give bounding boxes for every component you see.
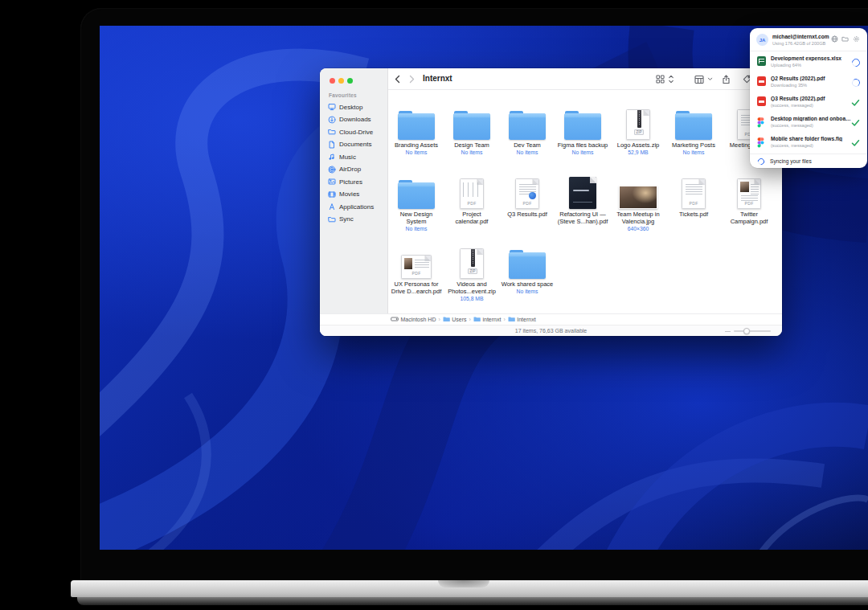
check-icon <box>851 119 860 127</box>
sidebar-item-downloads[interactable]: Downloads <box>326 114 385 125</box>
grid-item[interactable]: PDF UX Personas for Drive D...earch.pdf <box>390 245 443 295</box>
laptop-scoop <box>438 580 489 587</box>
sync-widget: JA michael@internxt.com Using 176.42GB o… <box>750 28 867 168</box>
sidebar-item-desktop[interactable]: Desktop <box>326 101 385 113</box>
file-name: Team Meetup in Valencia.jpg <box>612 211 665 225</box>
sort-arrows-icon[interactable] <box>665 74 676 84</box>
share-icon[interactable] <box>721 74 731 84</box>
sidebar-item-label: Downloads <box>339 116 371 123</box>
sidebar-item-documents[interactable]: Documents <box>326 139 385 150</box>
pictures-icon <box>328 178 336 186</box>
breadcrumb-item[interactable]: Internxt <box>508 316 536 323</box>
chevron-down-icon[interactable] <box>705 74 715 84</box>
grid-view-icon[interactable] <box>655 74 665 84</box>
sidebar-item-pictures[interactable]: Pictures <box>326 176 385 187</box>
sync-item[interactable]: Desktop migration and onboardi... (succe… <box>750 113 867 133</box>
file-name: Videos and Photos...event.zip <box>445 280 498 295</box>
icon-size-slider[interactable] <box>734 330 771 332</box>
file-name: Q3 Results.pdf <box>501 211 554 218</box>
grid-item[interactable]: PDF Twitter Campaign.pdf <box>723 175 776 225</box>
zoom-button[interactable] <box>347 78 353 84</box>
sidebar-item-music[interactable]: Music <box>326 151 385 162</box>
sidebar-item-applications[interactable]: Applications <box>326 201 385 212</box>
sidebar-item-cloud-drive[interactable]: Cloud-Drive <box>326 126 385 137</box>
sync-item[interactable]: Q3 Results (2022).pdf (success, messaged… <box>750 92 867 113</box>
grid-item[interactable]: New Design SystemNo items <box>390 175 443 231</box>
sidebar-item-label: Documents <box>339 141 371 148</box>
grid-item[interactable]: Dev TeamNo items <box>501 106 554 155</box>
file-subtext: No items <box>556 149 609 155</box>
downloads-icon <box>328 116 336 124</box>
upload-spinner-icon <box>850 56 861 68</box>
storage-usage: Using 176.42GB of 200GB <box>772 41 825 46</box>
file-subtext: No items <box>667 149 720 155</box>
grid-item[interactable]: PDF Q3 Results.pdf <box>501 175 554 218</box>
check-icon <box>851 99 860 107</box>
sidebar-item-sync[interactable]: Sync <box>326 214 385 225</box>
gear-icon[interactable] <box>853 35 860 43</box>
sidebar-item-movies[interactable]: Movies <box>326 189 385 200</box>
grid-item[interactable]: Work shared spaceNo items <box>501 245 554 294</box>
movies-icon <box>328 190 336 199</box>
grid-item[interactable]: PDF Tickets.pdf <box>667 175 720 218</box>
sync-item[interactable]: Mobile share folder flows.fig (success, … <box>750 133 867 153</box>
forward-button chevron-right-icon[interactable] <box>407 74 417 84</box>
file-name: Work shared space <box>501 280 554 288</box>
pdf-file-icon <box>757 96 766 106</box>
folder-icon <box>398 182 435 209</box>
breadcrumb-label: internxt <box>482 317 501 322</box>
group-view-icon[interactable] <box>694 74 704 84</box>
back-button chevron-left-icon[interactable] <box>392 74 403 84</box>
file-subtext: No items <box>390 149 443 155</box>
sync-item-name: Mobile share folder flows.fig <box>771 136 851 141</box>
zip-file-icon: ZIP <box>460 248 484 279</box>
grid-item[interactable]: Design TeamNo items <box>445 106 498 155</box>
breadcrumb-separator: › <box>503 317 505 322</box>
file-subtext: 640×360 <box>612 226 665 231</box>
sync-item-name: Desktop migration and onboardi... <box>771 116 851 121</box>
sidebar-item-airdrop[interactable]: AirDrop <box>326 164 385 175</box>
pdf-file-icon <box>757 76 766 86</box>
grid-item[interactable]: ZIP Logo Assets.zip52,9 MB <box>612 106 665 155</box>
sync-spinner-icon <box>756 157 765 166</box>
file-name: Marketing Posts <box>667 141 720 149</box>
breadcrumb-separator: › <box>438 317 440 322</box>
sync-item[interactable]: Q2 Results (2022).pdf Downloading 35% <box>750 72 867 92</box>
breadcrumb-item[interactable]: internxt <box>473 316 501 323</box>
grid-item[interactable]: Branding AssetsNo items <box>390 106 443 155</box>
sidebar-item-label: Sync <box>339 215 354 223</box>
sync-item-name: Q2 Results (2022).pdf <box>771 76 851 81</box>
sidebar-item-label: Applications <box>339 203 374 211</box>
pdf-file-icon: PDF <box>401 255 432 279</box>
file-name: Logo Assets.zip <box>612 141 665 149</box>
breadcrumb-item[interactable]: Macintosh HD <box>391 315 436 324</box>
sync-footer-text: Syncing your files <box>770 158 812 164</box>
file-subtext: 105,8 MB <box>445 296 498 301</box>
breadcrumb-item[interactable]: Users <box>443 316 467 323</box>
close-button[interactable] <box>330 78 335 84</box>
grid-item[interactable]: ZIP Videos and Photos...event.zip105,8 M… <box>445 245 498 301</box>
pdf-file-icon: PDF <box>460 178 484 209</box>
folder-icon <box>509 113 546 140</box>
sidebar-section-label: Favourites <box>329 92 357 98</box>
status-bar: 17 items, 76,63 GB available <box>320 325 782 336</box>
photo-thumbnail-icon <box>619 186 657 209</box>
book-cover-icon <box>569 177 596 209</box>
grid-item[interactable]: Marketing PostsNo items <box>667 106 720 155</box>
check-icon <box>851 139 860 147</box>
minimize-button[interactable] <box>338 78 344 84</box>
grid-item[interactable]: Refactoring UI — (Steve S...han).pdf <box>556 175 609 225</box>
laptop-base-edge <box>77 597 868 605</box>
status-text: 17 items, 76,63 GB available <box>320 328 782 334</box>
file-name: Figma files backup <box>556 141 609 149</box>
grid-item[interactable]: Figma files backupNo items <box>556 106 609 155</box>
file-name: Dev Team <box>501 141 554 149</box>
slider-knob[interactable] <box>743 328 750 334</box>
sync-item[interactable]: Development expenses.xlsx Uploading 64% <box>750 52 867 72</box>
folder-icon[interactable] <box>841 35 849 43</box>
file-name: Tickets.pdf <box>667 211 720 218</box>
pdf-file-icon: PDF <box>737 178 761 209</box>
grid-item[interactable]: Team Meetup in Valencia.jpg640×360 <box>612 175 665 231</box>
globe-icon[interactable] <box>831 35 838 43</box>
grid-item[interactable]: PDF Project calendar.pdf <box>445 175 498 225</box>
